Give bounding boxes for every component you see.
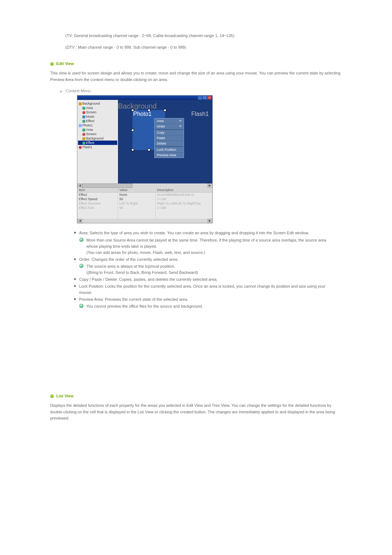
- canvas-panel[interactable]: Background Flash1 Photo1 Area: [118, 100, 212, 183]
- context-menu-label: Context Menu: [60, 89, 341, 93]
- intro-line-1: (TV: General broadcasting channel range …: [65, 33, 341, 39]
- col-item: Item: [77, 188, 118, 193]
- table-row[interactable]: Effect Size 50 1~100: [77, 206, 212, 210]
- window-titlebar: _ □ ×: [77, 96, 212, 100]
- list-item-lock: Lock Position: Locks the position for th…: [74, 283, 335, 296]
- list-item-area: Area: Selects the type of area you wish …: [74, 230, 335, 255]
- tree-item[interactable]: Background: [78, 136, 117, 141]
- context-menu: Area▶ Order▶ Copy Paste Delete Lock Posi…: [154, 118, 184, 158]
- plus-circle-icon: +: [79, 264, 83, 268]
- property-table: Item Value Description Effect None None/…: [77, 188, 212, 219]
- resize-handle[interactable]: [148, 149, 150, 151]
- resize-handle[interactable]: [131, 149, 134, 151]
- list-view-title: List View: [56, 394, 73, 398]
- intro-line-2: (DTV : Main channel range - 0 to 999, Su…: [65, 44, 341, 51]
- table-row[interactable]: Effect None None/Slide/Block/Fade In: [77, 193, 212, 197]
- scroll-thumb[interactable]: [82, 183, 132, 188]
- green-bullet-icon: [50, 62, 54, 66]
- green-bullet-icon: [50, 394, 54, 398]
- col-desc: Description: [155, 188, 212, 193]
- plus-circle-icon: +: [79, 238, 83, 242]
- context-menu-paste[interactable]: Paste: [155, 135, 184, 141]
- context-menu-description-list: Area: Selects the type of area you wish …: [74, 230, 335, 309]
- table-scrollbar[interactable]: ◀ ▶: [77, 219, 212, 223]
- maximize-button[interactable]: □: [203, 96, 207, 100]
- tree-item[interactable]: Area: [78, 127, 117, 132]
- tree-item[interactable]: Effect: [78, 119, 117, 123]
- context-menu-order[interactable]: Order▶: [155, 124, 184, 129]
- scroll-right-button[interactable]: ▶: [207, 219, 212, 223]
- tree-item[interactable]: Flash1: [78, 145, 117, 149]
- canvas-scrollbar[interactable]: ◀ ▶: [77, 183, 212, 188]
- list-view-heading: List View: [50, 394, 341, 398]
- sub-note: + The source area is always at the topmo…: [79, 263, 335, 276]
- context-menu-copy[interactable]: Copy: [155, 130, 184, 135]
- tree-item[interactable]: Background: [78, 101, 117, 106]
- chevron-right-icon: ▶: [180, 125, 181, 128]
- list-item-copy: Copy / Paste / Delete: Copies, pastes, a…: [74, 276, 335, 283]
- context-menu-lock[interactable]: Lock Position: [155, 147, 184, 153]
- resize-handle[interactable]: [131, 129, 134, 131]
- col-value: Value: [118, 188, 155, 193]
- tree-view-panel: Background Area Screen Music Effect Phot…: [77, 100, 118, 183]
- tree-item[interactable]: Area: [78, 106, 117, 110]
- table-row[interactable]: Effect Direction Left To Right Right To …: [77, 201, 212, 206]
- context-menu-area[interactable]: Area▶: [155, 118, 184, 124]
- scroll-left-button[interactable]: ◀: [77, 219, 82, 223]
- tree-item[interactable]: Photo1: [78, 123, 117, 127]
- plus-circle-icon: +: [79, 304, 83, 308]
- sub-note: + You cannot preview the office files fo…: [79, 303, 335, 309]
- sub-note: + More than one Source Area cannot be pl…: [79, 237, 335, 256]
- edit-view-title: Edit View: [56, 61, 74, 66]
- tree-item[interactable]: Screen: [78, 110, 117, 114]
- tree-item[interactable]: Screen: [78, 132, 117, 136]
- resize-handle[interactable]: [131, 109, 134, 112]
- chevron-right-icon: ▶: [180, 119, 181, 123]
- list-item-order: Order: Changes the order of the currentl…: [74, 256, 335, 276]
- list-view-body: Displays the detailed functions of each …: [50, 402, 341, 422]
- triangle-bullet-icon: [60, 90, 62, 93]
- close-button[interactable]: ×: [207, 96, 212, 100]
- resize-handle[interactable]: [148, 109, 150, 112]
- canvas-flash-label: Flash1: [191, 111, 209, 117]
- resize-handle[interactable]: [164, 109, 166, 112]
- list-item-preview: Preview Area: Previews the current state…: [74, 296, 335, 309]
- canvas-background-label: Background: [118, 102, 157, 110]
- context-menu-delete[interactable]: Delete: [155, 141, 184, 146]
- edit-view-body: This view is used for screen design and …: [50, 70, 341, 83]
- tree-item[interactable]: Music: [78, 114, 117, 119]
- scroll-right-button[interactable]: ▶: [207, 183, 212, 188]
- scroll-left-button[interactable]: ◀: [77, 183, 82, 188]
- screenshot-image: _ □ × Background Area Screen Music Effec…: [77, 95, 341, 223]
- table-row[interactable]: Effect Speed 50 1~100: [77, 197, 212, 201]
- intro-block: (TV: General broadcasting channel range …: [65, 33, 341, 50]
- edit-view-heading: Edit View: [50, 61, 341, 66]
- minimize-button[interactable]: _: [198, 96, 202, 100]
- context-menu-preview[interactable]: Preview Area: [155, 153, 184, 158]
- tree-item-selected[interactable]: Effect: [78, 141, 117, 145]
